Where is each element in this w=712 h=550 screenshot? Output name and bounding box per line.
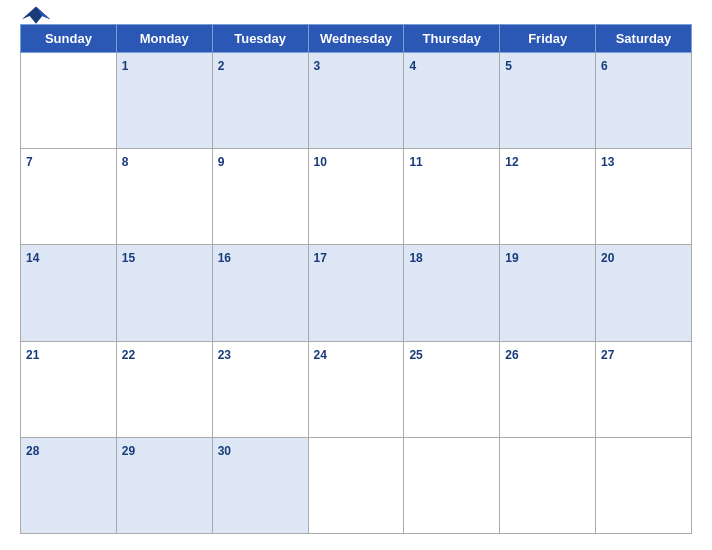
day-number: 25 (409, 348, 422, 362)
calendar-cell: 1 (116, 53, 212, 149)
day-number: 22 (122, 348, 135, 362)
calendar-cell: 6 (596, 53, 692, 149)
calendar-cell: 22 (116, 341, 212, 437)
calendar-cell (596, 437, 692, 533)
day-number: 23 (218, 348, 231, 362)
day-number: 28 (26, 444, 39, 458)
calendar-cell (308, 437, 404, 533)
day-number: 21 (26, 348, 39, 362)
week-row-2: 78910111213 (21, 149, 692, 245)
week-row-3: 14151617181920 (21, 245, 692, 341)
day-number: 18 (409, 251, 422, 265)
calendar-cell: 15 (116, 245, 212, 341)
day-number: 20 (601, 251, 614, 265)
day-number: 16 (218, 251, 231, 265)
calendar-cell: 5 (500, 53, 596, 149)
day-number: 3 (314, 59, 321, 73)
day-number: 1 (122, 59, 129, 73)
day-number: 6 (601, 59, 608, 73)
calendar-cell: 10 (308, 149, 404, 245)
week-row-1: 123456 (21, 53, 692, 149)
calendar-cell: 23 (212, 341, 308, 437)
calendar-cell: 4 (404, 53, 500, 149)
calendar-cell: 3 (308, 53, 404, 149)
calendar-cell: 30 (212, 437, 308, 533)
day-number: 10 (314, 155, 327, 169)
calendar-cell (500, 437, 596, 533)
day-number: 29 (122, 444, 135, 458)
day-number: 27 (601, 348, 614, 362)
day-number: 24 (314, 348, 327, 362)
day-number: 30 (218, 444, 231, 458)
day-number: 14 (26, 251, 39, 265)
calendar-cell: 12 (500, 149, 596, 245)
weekday-friday: Friday (500, 25, 596, 53)
calendar-cell: 25 (404, 341, 500, 437)
calendar-cell: 16 (212, 245, 308, 341)
week-row-5: 282930 (21, 437, 692, 533)
weekday-monday: Monday (116, 25, 212, 53)
calendar-cell: 26 (500, 341, 596, 437)
day-number: 13 (601, 155, 614, 169)
logo-icon (20, 5, 52, 27)
day-number: 5 (505, 59, 512, 73)
calendar-table: SundayMondayTuesdayWednesdayThursdayFrid… (20, 24, 692, 534)
calendar-cell: 17 (308, 245, 404, 341)
calendar-cell: 11 (404, 149, 500, 245)
week-row-4: 21222324252627 (21, 341, 692, 437)
weekday-header-row: SundayMondayTuesdayWednesdayThursdayFrid… (21, 25, 692, 53)
calendar-cell (404, 437, 500, 533)
day-number: 17 (314, 251, 327, 265)
calendar-cell: 20 (596, 245, 692, 341)
weekday-wednesday: Wednesday (308, 25, 404, 53)
calendar-cell: 7 (21, 149, 117, 245)
svg-marker-0 (22, 7, 50, 24)
logo (20, 5, 52, 27)
calendar-cell: 2 (212, 53, 308, 149)
calendar-cell: 24 (308, 341, 404, 437)
weekday-saturday: Saturday (596, 25, 692, 53)
calendar-cell: 14 (21, 245, 117, 341)
day-number: 8 (122, 155, 129, 169)
day-number: 4 (409, 59, 416, 73)
weekday-tuesday: Tuesday (212, 25, 308, 53)
day-number: 15 (122, 251, 135, 265)
weekday-sunday: Sunday (21, 25, 117, 53)
calendar-cell: 27 (596, 341, 692, 437)
calendar-cell (21, 53, 117, 149)
calendar-cell: 13 (596, 149, 692, 245)
calendar-cell: 29 (116, 437, 212, 533)
calendar-cell: 21 (21, 341, 117, 437)
calendar-cell: 9 (212, 149, 308, 245)
day-number: 11 (409, 155, 422, 169)
weekday-thursday: Thursday (404, 25, 500, 53)
day-number: 12 (505, 155, 518, 169)
day-number: 2 (218, 59, 225, 73)
day-number: 26 (505, 348, 518, 362)
day-number: 19 (505, 251, 518, 265)
calendar-cell: 8 (116, 149, 212, 245)
day-number: 7 (26, 155, 33, 169)
day-number: 9 (218, 155, 225, 169)
calendar-cell: 19 (500, 245, 596, 341)
calendar-cell: 18 (404, 245, 500, 341)
calendar-cell: 28 (21, 437, 117, 533)
